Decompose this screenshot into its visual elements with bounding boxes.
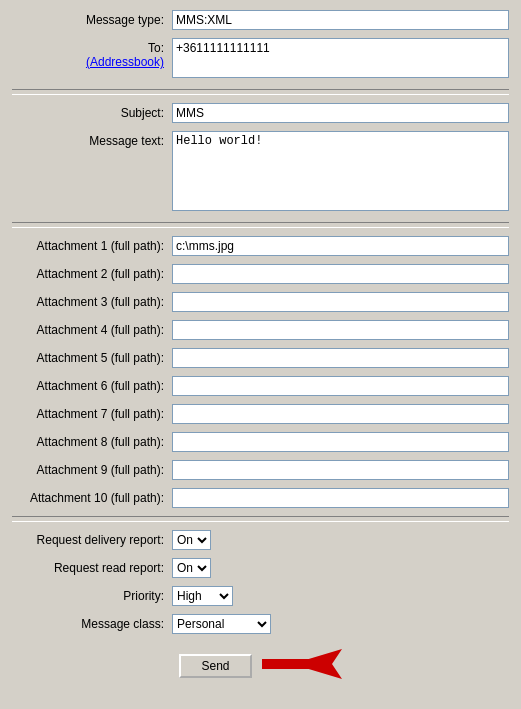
attachment-2-label: Attachment 2 (full path): <box>12 264 172 281</box>
attachment-3-label: Attachment 3 (full path): <box>12 292 172 309</box>
attachments-section: Attachment 1 (full path): Attachment 2 (… <box>12 234 509 510</box>
attachment-row-6: Attachment 6 (full path): <box>12 374 509 398</box>
send-row: Send <box>12 644 509 687</box>
send-button[interactable]: Send <box>179 654 251 678</box>
subject-value-container <box>172 103 509 123</box>
subject-label: Subject: <box>12 103 172 120</box>
attachment-row-9: Attachment 9 (full path): <box>12 458 509 482</box>
attachment-6-input[interactable] <box>172 376 509 396</box>
attachment-row-1: Attachment 1 (full path): <box>12 234 509 258</box>
attachment-1-label: Attachment 1 (full path): <box>12 236 172 253</box>
divider-1 <box>12 89 509 95</box>
attachment-9-label: Attachment 9 (full path): <box>12 460 172 477</box>
attachment-row-10: Attachment 10 (full path): <box>12 486 509 510</box>
to-label-container: To: (Addressbook) <box>12 38 172 69</box>
attachment-row-4: Attachment 4 (full path): <box>12 318 509 342</box>
divider-3 <box>12 516 509 522</box>
subject-row: Subject: <box>12 101 509 125</box>
message-text-input[interactable]: Hello world! <box>172 131 509 211</box>
attachment-8-label: Attachment 8 (full path): <box>12 432 172 449</box>
message-type-row: Message type: <box>12 8 509 32</box>
addressbook-link[interactable]: (Addressbook) <box>12 55 164 69</box>
read-report-select[interactable]: On Off <box>172 558 211 578</box>
attachment-10-label: Attachment 10 (full path): <box>12 488 172 505</box>
message-class-label: Message class: <box>12 614 172 631</box>
read-report-label: Request read report: <box>12 558 172 575</box>
divider-2 <box>12 222 509 228</box>
attachment-5-label: Attachment 5 (full path): <box>12 348 172 365</box>
attachment-row-2: Attachment 2 (full path): <box>12 262 509 286</box>
priority-row: Priority: High Normal Low <box>12 584 509 608</box>
attachment-7-label: Attachment 7 (full path): <box>12 404 172 421</box>
priority-select[interactable]: High Normal Low <box>172 586 233 606</box>
red-arrow-indicator <box>262 644 342 687</box>
attachment-1-input[interactable] <box>172 236 509 256</box>
message-text-value-container: Hello world! <box>172 131 509 214</box>
delivery-report-select[interactable]: On Off <box>172 530 211 550</box>
attachment-row-5: Attachment 5 (full path): <box>12 346 509 370</box>
message-class-select[interactable]: Personal Advertisement Informational Aut… <box>172 614 271 634</box>
svg-rect-1 <box>262 659 312 669</box>
message-type-label: Message type: <box>12 10 172 27</box>
to-value-container: +3611111111111 <box>172 38 509 81</box>
attachment-5-input[interactable] <box>172 348 509 368</box>
message-text-label: Message text: <box>12 131 172 148</box>
attachment-3-input[interactable] <box>172 292 509 312</box>
message-type-value-container <box>172 10 509 30</box>
message-text-row: Message text: Hello world! <box>12 129 509 216</box>
attachment-row-7: Attachment 7 (full path): <box>12 402 509 426</box>
main-container: Message type: To: (Addressbook) +3611111… <box>0 0 521 709</box>
read-report-row: Request read report: On Off <box>12 556 509 580</box>
attachment-6-label: Attachment 6 (full path): <box>12 376 172 393</box>
attachment-row-8: Attachment 8 (full path): <box>12 430 509 454</box>
message-type-input[interactable] <box>172 10 509 30</box>
delivery-report-row: Request delivery report: On Off <box>12 528 509 552</box>
attachment-2-input[interactable] <box>172 264 509 284</box>
priority-label: Priority: <box>12 586 172 603</box>
attachment-8-input[interactable] <box>172 432 509 452</box>
subject-input[interactable] <box>172 103 509 123</box>
attachment-7-input[interactable] <box>172 404 509 424</box>
to-label: To: <box>148 41 164 55</box>
attachment-row-3: Attachment 3 (full path): <box>12 290 509 314</box>
message-class-row: Message class: Personal Advertisement In… <box>12 612 509 636</box>
attachment-10-input[interactable] <box>172 488 509 508</box>
to-row: To: (Addressbook) +3611111111111 <box>12 36 509 83</box>
attachment-4-label: Attachment 4 (full path): <box>12 320 172 337</box>
attachment-9-input[interactable] <box>172 460 509 480</box>
to-input[interactable]: +3611111111111 <box>172 38 509 78</box>
attachment-4-input[interactable] <box>172 320 509 340</box>
delivery-report-label: Request delivery report: <box>12 530 172 547</box>
